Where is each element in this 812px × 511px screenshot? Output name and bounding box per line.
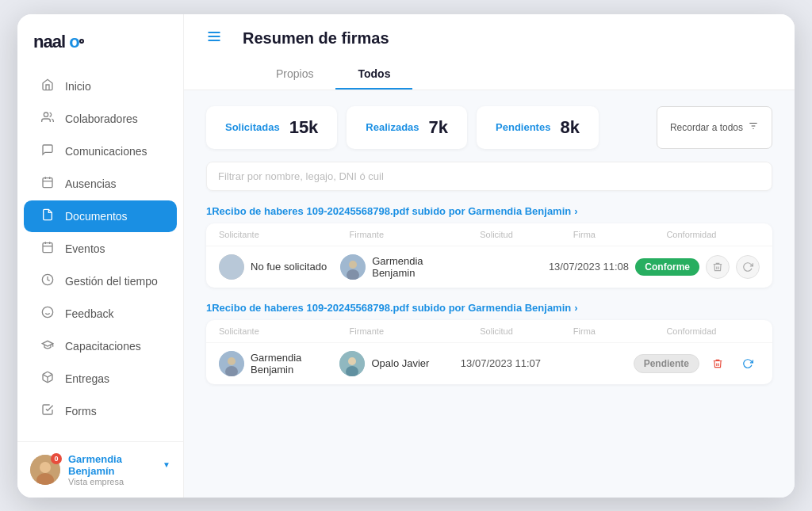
sidebar-item-gestion[interactable]: Gestión del tiempo [24,265,177,297]
tabs: Propios Todos [254,59,772,90]
conformidad-cell: Pendiente [634,352,760,376]
refresh-button[interactable] [736,255,760,279]
firma-cell: 13/07/2023 11:08 [549,261,635,273]
sidebar-item-label: Comunicaciones [65,145,147,158]
sidebar-item-label: Documentos [65,210,128,223]
delete-button[interactable] [706,255,730,279]
sidebar-item-feedback[interactable]: Feedback [24,298,177,330]
logo: naal o [17,14,183,67]
user-role: Vista empresa [68,477,170,486]
signature-group-1: 1Recibo de haberes 109-20245568798.pdf s… [206,205,772,288]
sidebar-item-label: Feedback [65,307,113,320]
svg-point-28 [228,357,236,365]
svg-point-31 [348,357,356,365]
stat-label: Pendientes [496,121,550,133]
sidebar-item-colaboradores[interactable]: Colaboradores [24,103,177,135]
svg-point-0 [44,112,48,116]
solicitante-cell: No fue solicitado [219,254,340,280]
status-badge-pending: Pendiente [634,354,699,373]
sidebar-item-label: Gestión del tiempo [65,275,158,288]
table-row: No fue solicitado Garmendia Benjamin [206,246,772,288]
content-area: Solicitadas 15k Realizadas 7k Pendientes… [184,90,795,498]
forms-icon [40,403,56,419]
user-name: Garmendia Benjamín ▼ [68,453,170,477]
solicitante-avatar [219,351,244,376]
filter-icon [748,120,759,134]
feedback-icon [40,306,56,322]
menu-icon[interactable] [206,29,222,48]
solicitud-cell: 13/07/2023 11:07 [461,357,547,369]
graduation-icon [40,338,56,354]
sidebar-item-label: Entregas [65,372,109,385]
stat-label: Solicitadas [225,121,280,133]
tab-propios[interactable]: Propios [254,59,335,90]
refresh-button[interactable] [736,352,760,376]
delete-button[interactable] [706,352,730,376]
clock-icon [40,273,56,289]
sidebar-item-label: Forms [65,405,97,418]
svg-point-25 [349,261,357,269]
chevron-right-icon: › [574,302,577,314]
sidebar-item-label: Colaboradores [65,112,138,125]
sidebar-item-capacitaciones[interactable]: Capacitaciones [24,330,177,362]
home-icon [40,78,56,94]
user-profile[interactable]: 0 Garmendia Benjamín ▼ Vista empresa [17,441,183,498]
signature-group-2: 1Recibo de haberes 109-20245568798.pdf s… [206,302,772,384]
sidebar-item-comunicaciones[interactable]: Comunicaciones [24,135,177,167]
tab-todos[interactable]: Todos [335,59,412,90]
remind-all-button[interactable]: Recordar a todos [657,106,772,149]
users-icon [40,111,56,127]
user-info: Garmendia Benjamín ▼ Vista empresa [68,453,170,486]
conformidad-cell: Conforme [635,255,760,279]
main-content: Resumen de firmas Propios Todos Solicita… [184,14,795,498]
sidebar-item-inicio[interactable]: Inicio [24,71,177,102]
remind-label: Recordar a todos [670,122,743,133]
firmante-cell: Opalo Javier [339,351,460,376]
stat-realizadas: Realizadas 7k [347,106,467,149]
sidebar: naal o Inicio Colaboradores [17,14,184,498]
status-badge-green: Conforme [635,258,699,276]
solicitante-cell: Garmendia Benjamin [219,351,339,376]
sidebar-item-entregas[interactable]: Entregas [24,363,177,395]
stat-value: 7k [429,117,448,138]
sidebar-item-label: Eventos [65,242,105,255]
stat-pendientes: Pendientes 8k [477,106,599,149]
chat-icon [40,143,56,159]
sidebar-item-documentos[interactable]: Documentos [24,200,177,232]
table-row: Garmendia Benjamin Opalo Javier [206,343,772,384]
sidebar-item-ausencias[interactable]: Ausencias [24,168,177,200]
sig-table: Solicitante Firmante Solicitud Firma Con… [206,320,772,384]
calendar-icon [40,176,56,192]
avatar-wrap: 0 [30,455,60,485]
sig-table: Solicitante Firmante Solicitud Firma Con… [206,223,772,288]
svg-rect-1 [43,177,52,187]
firmante-avatar [340,254,366,280]
topbar: Resumen de firmas Propios Todos [184,14,795,90]
svg-rect-5 [43,242,52,252]
sig-group-title[interactable]: 1Recibo de haberes 109-20245568798.pdf s… [206,205,772,217]
page-title: Resumen de firmas [243,29,772,48]
chevron-down-icon: ▼ [163,460,170,469]
filter-bar[interactable]: Filtrar por nombre, legajo, DNI ó cuil [206,162,772,191]
svg-point-23 [219,254,244,280]
sidebar-item-label: Ausencias [65,177,117,190]
document-icon [40,208,56,224]
chevron-right-icon: › [574,205,577,217]
sidebar-item-label: Inicio [65,80,91,93]
events-icon [40,241,56,257]
stats-row: Solicitadas 15k Realizadas 7k Pendientes… [206,106,772,149]
package-icon [40,371,56,387]
sidebar-nav: Inicio Colaboradores Comunicaciones [17,67,183,441]
firmante-cell: Garmendia Benjamin [340,254,462,280]
firmante-avatar [339,351,365,376]
no-request-avatar [219,254,244,280]
sig-group-title[interactable]: 1Recibo de haberes 109-20245568798.pdf s… [206,302,772,314]
svg-point-10 [42,307,52,317]
sidebar-item-eventos[interactable]: Eventos [24,233,177,265]
sidebar-item-forms[interactable]: Forms [24,395,177,427]
stat-value: 8k [560,117,579,138]
stat-solicitadas: Solicitadas 15k [206,106,337,149]
sidebar-item-label: Capacitaciones [65,340,141,353]
notification-badge: 0 [51,453,62,464]
logo-text: naal o [33,32,84,52]
